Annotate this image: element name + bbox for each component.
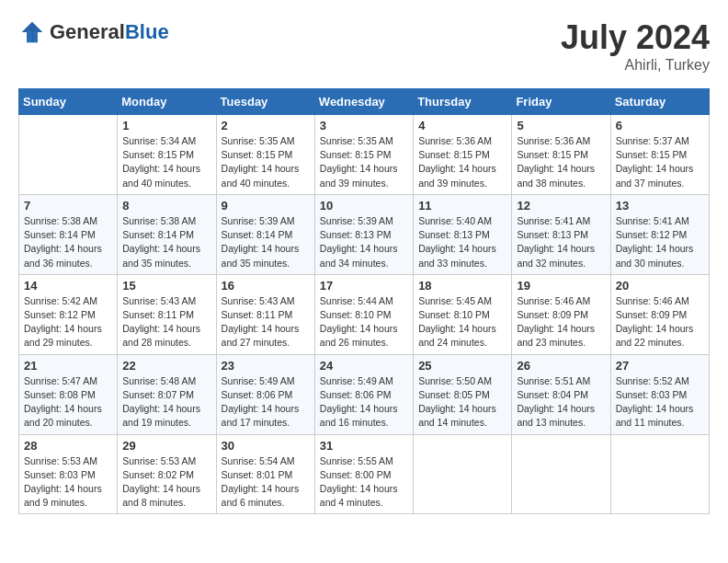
day-info: Sunrise: 5:49 AMSunset: 8:06 PMDaylight:… [320, 374, 408, 431]
day-number: 13 [616, 199, 704, 213]
day-number: 3 [320, 119, 408, 132]
column-header-monday: Monday [118, 89, 216, 115]
day-number: 5 [517, 119, 605, 132]
day-number: 11 [418, 199, 506, 213]
calendar-week-row: 1Sunrise: 5:34 AMSunset: 8:15 PMDaylight… [19, 115, 710, 195]
day-number: 7 [24, 199, 112, 213]
day-info: Sunrise: 5:37 AMSunset: 8:15 PMDaylight:… [616, 134, 704, 190]
calendar-cell: 30Sunrise: 5:54 AMSunset: 8:01 PMDayligh… [216, 434, 314, 514]
calendar-cell: 18Sunrise: 5:45 AMSunset: 8:10 PMDayligh… [414, 274, 512, 354]
calendar-cell: 5Sunrise: 5:36 AMSunset: 8:15 PMDaylight… [512, 115, 610, 195]
month-year-title: July 2024 [561, 18, 710, 57]
calendar-cell: 4Sunrise: 5:36 AMSunset: 8:15 PMDaylight… [414, 115, 512, 195]
column-header-thursday: Thursday [414, 89, 512, 115]
day-info: Sunrise: 5:38 AMSunset: 8:14 PMDaylight:… [24, 214, 112, 270]
calendar-cell: 9Sunrise: 5:39 AMSunset: 8:14 PMDaylight… [216, 194, 314, 274]
calendar-cell: 26Sunrise: 5:51 AMSunset: 8:04 PMDayligh… [512, 354, 610, 434]
calendar-cell: 27Sunrise: 5:52 AMSunset: 8:03 PMDayligh… [610, 354, 709, 434]
calendar-cell: 23Sunrise: 5:49 AMSunset: 8:06 PMDayligh… [216, 354, 314, 434]
calendar-cell: 31Sunrise: 5:55 AMSunset: 8:00 PMDayligh… [314, 434, 413, 514]
calendar-cell: 2Sunrise: 5:35 AMSunset: 8:15 PMDaylight… [216, 115, 314, 195]
day-info: Sunrise: 5:43 AMSunset: 8:11 PMDaylight:… [222, 294, 310, 350]
calendar-cell [19, 115, 118, 195]
day-info: Sunrise: 5:47 AMSunset: 8:08 PMDaylight:… [24, 374, 112, 431]
calendar-cell [414, 434, 512, 514]
day-info: Sunrise: 5:46 AMSunset: 8:09 PMDaylight:… [517, 294, 605, 350]
day-info: Sunrise: 5:53 AMSunset: 8:03 PMDaylight:… [24, 454, 112, 511]
calendar-week-row: 28Sunrise: 5:53 AMSunset: 8:03 PMDayligh… [19, 434, 710, 514]
day-info: Sunrise: 5:55 AMSunset: 8:00 PMDaylight:… [320, 454, 408, 511]
day-number: 26 [517, 359, 605, 373]
day-number: 21 [24, 359, 112, 373]
column-header-wednesday: Wednesday [314, 89, 413, 115]
logo-blue: Blue [125, 20, 169, 43]
calendar-cell: 3Sunrise: 5:35 AMSunset: 8:15 PMDaylight… [314, 115, 413, 195]
day-number: 30 [222, 439, 310, 453]
day-info: Sunrise: 5:35 AMSunset: 8:15 PMDaylight:… [320, 134, 408, 190]
calendar-cell: 12Sunrise: 5:41 AMSunset: 8:13 PMDayligh… [512, 194, 610, 274]
day-info: Sunrise: 5:41 AMSunset: 8:12 PMDaylight:… [616, 214, 704, 270]
calendar-cell: 25Sunrise: 5:50 AMSunset: 8:05 PMDayligh… [414, 354, 512, 434]
calendar-cell: 10Sunrise: 5:39 AMSunset: 8:13 PMDayligh… [314, 194, 413, 274]
calendar-cell: 22Sunrise: 5:48 AMSunset: 8:07 PMDayligh… [118, 354, 216, 434]
calendar-cell [512, 434, 610, 514]
day-number: 8 [122, 199, 210, 213]
calendar-week-row: 21Sunrise: 5:47 AMSunset: 8:08 PMDayligh… [19, 354, 710, 434]
day-number: 2 [222, 119, 310, 132]
day-info: Sunrise: 5:52 AMSunset: 8:03 PMDaylight:… [616, 374, 704, 431]
day-number: 6 [616, 119, 704, 132]
logo: GeneralBlue [18, 18, 169, 46]
calendar-week-row: 7Sunrise: 5:38 AMSunset: 8:14 PMDaylight… [19, 194, 710, 274]
day-info: Sunrise: 5:54 AMSunset: 8:01 PMDaylight:… [222, 454, 310, 511]
day-info: Sunrise: 5:50 AMSunset: 8:05 PMDaylight:… [418, 374, 506, 431]
day-info: Sunrise: 5:36 AMSunset: 8:15 PMDaylight:… [517, 134, 605, 190]
column-header-tuesday: Tuesday [216, 89, 314, 115]
day-info: Sunrise: 5:39 AMSunset: 8:14 PMDaylight:… [222, 214, 310, 270]
calendar-week-row: 14Sunrise: 5:42 AMSunset: 8:12 PMDayligh… [19, 274, 710, 354]
day-info: Sunrise: 5:44 AMSunset: 8:10 PMDaylight:… [320, 294, 408, 350]
day-number: 19 [517, 279, 605, 293]
day-info: Sunrise: 5:36 AMSunset: 8:15 PMDaylight:… [418, 134, 506, 190]
calendar-cell: 19Sunrise: 5:46 AMSunset: 8:09 PMDayligh… [512, 274, 610, 354]
day-number: 28 [24, 439, 112, 453]
calendar-cell: 14Sunrise: 5:42 AMSunset: 8:12 PMDayligh… [19, 274, 118, 354]
day-number: 16 [222, 279, 310, 293]
day-info: Sunrise: 5:53 AMSunset: 8:02 PMDaylight:… [122, 454, 210, 511]
day-info: Sunrise: 5:38 AMSunset: 8:14 PMDaylight:… [122, 214, 210, 270]
column-header-friday: Friday [512, 89, 610, 115]
day-info: Sunrise: 5:43 AMSunset: 8:11 PMDaylight:… [122, 294, 210, 350]
calendar-cell: 17Sunrise: 5:44 AMSunset: 8:10 PMDayligh… [314, 274, 413, 354]
day-number: 22 [122, 359, 210, 373]
calendar-header-row: SundayMondayTuesdayWednesdayThursdayFrid… [19, 89, 710, 115]
day-number: 24 [320, 359, 408, 373]
day-number: 25 [418, 359, 506, 373]
day-info: Sunrise: 5:39 AMSunset: 8:13 PMDaylight:… [320, 214, 408, 270]
column-header-saturday: Saturday [610, 89, 709, 115]
column-header-sunday: Sunday [19, 89, 118, 115]
page-header: GeneralBlue July 2024 Ahirli, Turkey [18, 18, 710, 74]
day-number: 15 [122, 279, 210, 293]
day-number: 18 [418, 279, 506, 293]
title-block: July 2024 Ahirli, Turkey [561, 18, 710, 74]
day-info: Sunrise: 5:46 AMSunset: 8:09 PMDaylight:… [616, 294, 704, 350]
calendar-cell [610, 434, 709, 514]
calendar-cell: 15Sunrise: 5:43 AMSunset: 8:11 PMDayligh… [118, 274, 216, 354]
day-info: Sunrise: 5:45 AMSunset: 8:10 PMDaylight:… [418, 294, 506, 350]
day-number: 4 [418, 119, 506, 132]
calendar-cell: 29Sunrise: 5:53 AMSunset: 8:02 PMDayligh… [118, 434, 216, 514]
logo-icon [18, 18, 46, 46]
calendar-cell: 7Sunrise: 5:38 AMSunset: 8:14 PMDaylight… [19, 194, 118, 274]
day-number: 23 [222, 359, 310, 373]
calendar-cell: 1Sunrise: 5:34 AMSunset: 8:15 PMDaylight… [118, 115, 216, 195]
calendar-cell: 13Sunrise: 5:41 AMSunset: 8:12 PMDayligh… [610, 194, 709, 274]
day-number: 27 [616, 359, 704, 373]
day-info: Sunrise: 5:34 AMSunset: 8:15 PMDaylight:… [122, 134, 210, 190]
calendar-cell: 11Sunrise: 5:40 AMSunset: 8:13 PMDayligh… [414, 194, 512, 274]
logo-text: GeneralBlue [50, 20, 169, 44]
day-number: 12 [517, 199, 605, 213]
calendar-cell: 16Sunrise: 5:43 AMSunset: 8:11 PMDayligh… [216, 274, 314, 354]
day-info: Sunrise: 5:51 AMSunset: 8:04 PMDaylight:… [517, 374, 605, 431]
calendar-cell: 21Sunrise: 5:47 AMSunset: 8:08 PMDayligh… [19, 354, 118, 434]
calendar-cell: 28Sunrise: 5:53 AMSunset: 8:03 PMDayligh… [19, 434, 118, 514]
day-info: Sunrise: 5:35 AMSunset: 8:15 PMDaylight:… [222, 134, 310, 190]
